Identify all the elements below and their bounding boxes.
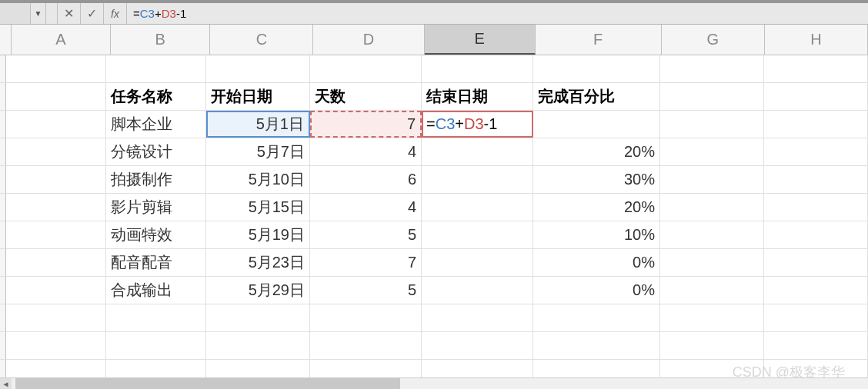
cell[interactable] (106, 304, 206, 331)
cell-ref-d3[interactable]: 7 (310, 111, 422, 138)
name-box[interactable] (0, 3, 31, 24)
select-all-corner[interactable] (0, 25, 12, 55)
cell[interactable]: 4 (310, 194, 422, 221)
cell[interactable] (660, 249, 764, 276)
cell[interactable]: 5月7日 (206, 138, 310, 165)
cell[interactable] (533, 111, 660, 138)
row-header[interactable] (0, 249, 6, 277)
cell-editing[interactable]: =C3+D3-1 (422, 111, 533, 138)
cell[interactable] (533, 304, 660, 331)
name-box-dropdown[interactable]: ▼ (31, 3, 46, 24)
cell[interactable] (660, 304, 764, 331)
cell[interactable]: 影片剪辑 (106, 194, 206, 221)
scroll-left-arrow[interactable]: ◄ (0, 378, 12, 389)
cell[interactable]: 5月19日 (206, 221, 310, 248)
cell[interactable]: 动画特效 (106, 221, 206, 248)
cell[interactable] (764, 111, 868, 138)
col-header-A[interactable]: A (12, 25, 111, 55)
cell[interactable]: 7 (310, 249, 422, 276)
cell[interactable]: 脚本企业 (106, 111, 206, 138)
cell[interactable] (6, 111, 106, 138)
cell[interactable] (310, 55, 422, 82)
cell[interactable]: 6 (310, 166, 422, 193)
cell-header[interactable]: 开始日期 (206, 83, 310, 110)
cell[interactable]: 10% (533, 221, 660, 248)
cell[interactable]: 合成输出 (106, 277, 206, 304)
cell[interactable] (764, 138, 868, 165)
cell-header[interactable]: 任务名称 (106, 83, 206, 110)
cell[interactable] (764, 277, 868, 304)
cell[interactable] (6, 249, 106, 276)
cell[interactable] (764, 332, 868, 359)
cell[interactable] (660, 111, 764, 138)
cell[interactable]: 4 (310, 138, 422, 165)
cell[interactable] (422, 166, 533, 193)
formula-input[interactable]: =C3+D3-1 (127, 3, 868, 24)
row-header[interactable] (0, 166, 6, 194)
row-header[interactable] (0, 83, 6, 111)
cell[interactable] (660, 166, 764, 193)
cell[interactable] (422, 221, 533, 248)
cell[interactable]: 5 (310, 221, 422, 248)
row-header[interactable] (0, 55, 6, 83)
cell[interactable] (6, 304, 106, 331)
cell[interactable] (106, 55, 206, 82)
col-header-F[interactable]: F (536, 25, 662, 55)
cell[interactable] (422, 277, 533, 304)
cell[interactable] (660, 332, 764, 359)
cell-header[interactable]: 完成百分比 (533, 83, 660, 110)
cell[interactable] (6, 194, 106, 221)
row-header[interactable] (0, 304, 6, 332)
col-header-G[interactable]: G (662, 25, 765, 55)
cell[interactable] (533, 332, 660, 359)
cell[interactable]: 拍摄制作 (106, 166, 206, 193)
cell[interactable]: 5月10日 (206, 166, 310, 193)
cell[interactable]: 5月15日 (206, 194, 310, 221)
cell[interactable] (6, 221, 106, 248)
cell-header[interactable]: 结束日期 (422, 83, 533, 110)
cell[interactable] (422, 194, 533, 221)
col-header-E[interactable]: E (425, 25, 536, 55)
cell[interactable]: 5月23日 (206, 249, 310, 276)
cell[interactable] (660, 55, 764, 82)
cell[interactable] (6, 138, 106, 165)
cell[interactable] (6, 166, 106, 193)
cell[interactable] (660, 83, 764, 110)
cell[interactable] (764, 304, 868, 331)
row-header[interactable] (0, 138, 6, 166)
cell[interactable]: 配音配音 (106, 249, 206, 276)
cell[interactable] (764, 83, 868, 110)
cell[interactable]: 0% (533, 277, 660, 304)
cell[interactable] (206, 332, 310, 359)
cell-ref-c3[interactable]: 5月1日 (206, 111, 310, 138)
col-header-C[interactable]: C (210, 25, 313, 55)
row-header[interactable] (0, 221, 6, 249)
cell[interactable] (660, 138, 764, 165)
cell[interactable] (422, 304, 533, 331)
cell[interactable] (422, 332, 533, 359)
cell-header[interactable]: 天数 (310, 83, 422, 110)
col-header-B[interactable]: B (111, 25, 210, 55)
cell[interactable]: 30% (533, 166, 660, 193)
cell[interactable] (660, 194, 764, 221)
cell[interactable]: 20% (533, 138, 660, 165)
cell[interactable]: 分镜设计 (106, 138, 206, 165)
cell[interactable] (764, 166, 868, 193)
cell[interactable] (764, 249, 868, 276)
cell[interactable] (764, 221, 868, 248)
cell[interactable] (660, 221, 764, 248)
row-header[interactable] (0, 332, 6, 360)
row-header[interactable] (0, 111, 6, 138)
cell[interactable] (310, 332, 422, 359)
cell[interactable]: 5月29日 (206, 277, 310, 304)
cell[interactable] (6, 83, 106, 110)
cell[interactable] (660, 277, 764, 304)
cell[interactable] (206, 304, 310, 331)
cell[interactable] (6, 332, 106, 359)
cancel-button[interactable]: ✕ (58, 3, 81, 24)
cell[interactable] (106, 332, 206, 359)
cell[interactable] (533, 55, 660, 82)
cell[interactable] (764, 55, 868, 82)
fx-label[interactable]: fx (104, 3, 127, 24)
row-header[interactable] (0, 277, 6, 304)
